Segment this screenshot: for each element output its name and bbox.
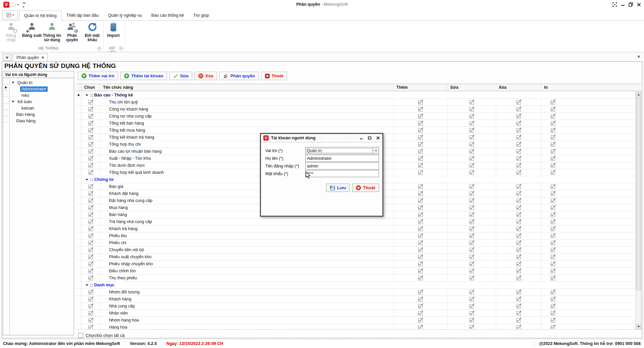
checked-checkbox-icon[interactable] bbox=[470, 255, 474, 259]
checked-checkbox-icon[interactable] bbox=[470, 114, 474, 119]
tree-item-mks[interactable]: mks bbox=[10, 92, 74, 98]
checked-checkbox-icon[interactable] bbox=[418, 304, 423, 308]
checked-checkbox-icon[interactable] bbox=[89, 248, 93, 252]
checked-checkbox-icon[interactable] bbox=[517, 304, 521, 308]
table-row[interactable]: Trả hàng nhà cung cấp bbox=[76, 218, 636, 225]
checked-checkbox-icon[interactable] bbox=[470, 100, 474, 105]
checked-checkbox-icon[interactable] bbox=[470, 170, 474, 175]
checked-checkbox-icon[interactable] bbox=[551, 248, 555, 252]
checked-checkbox-icon[interactable] bbox=[470, 269, 474, 273]
checked-checkbox-icon[interactable] bbox=[418, 290, 423, 294]
checked-checkbox-icon[interactable] bbox=[551, 192, 555, 196]
checked-checkbox-icon[interactable] bbox=[418, 170, 423, 175]
checked-checkbox-icon[interactable] bbox=[418, 318, 423, 323]
table-row[interactable]: Nhóm đối tượng bbox=[76, 289, 636, 296]
checked-checkbox-icon[interactable] bbox=[470, 163, 474, 168]
checked-checkbox-icon[interactable] bbox=[551, 199, 555, 203]
checked-checkbox-icon[interactable] bbox=[470, 220, 474, 224]
checked-checkbox-icon[interactable] bbox=[89, 318, 93, 323]
checked-checkbox-icon[interactable] bbox=[89, 114, 93, 119]
checked-checkbox-icon[interactable] bbox=[89, 142, 93, 147]
checked-checkbox-icon[interactable] bbox=[89, 311, 93, 316]
scrollbar-thumb[interactable] bbox=[636, 97, 641, 290]
table-group-row[interactable]: :: Danh mục bbox=[76, 282, 636, 289]
checked-checkbox-icon[interactable] bbox=[89, 297, 93, 301]
scroll-down-icon[interactable] bbox=[636, 324, 641, 329]
checked-checkbox-icon[interactable] bbox=[517, 149, 521, 154]
checked-checkbox-icon[interactable] bbox=[89, 206, 93, 210]
edit-button[interactable]: Sửa bbox=[169, 72, 192, 80]
checked-checkbox-icon[interactable] bbox=[418, 107, 423, 112]
checked-checkbox-icon[interactable] bbox=[89, 121, 93, 126]
ribbon-button-import[interactable]: Import bbox=[105, 22, 121, 45]
table-row[interactable]: Công nợ nhà cung cấp bbox=[76, 113, 636, 120]
group-expander-icon[interactable] bbox=[86, 94, 88, 96]
checked-checkbox-icon[interactable] bbox=[517, 269, 521, 273]
checked-checkbox-icon[interactable] bbox=[517, 170, 521, 175]
checked-checkbox-icon[interactable] bbox=[89, 192, 93, 196]
checked-checkbox-icon[interactable] bbox=[470, 107, 474, 112]
dialog-close-icon[interactable] bbox=[376, 136, 380, 140]
table-row[interactable]: Khách hàng bbox=[76, 296, 636, 303]
checked-checkbox-icon[interactable] bbox=[551, 213, 555, 217]
checked-checkbox-icon[interactable] bbox=[89, 199, 93, 203]
ribbon-tab-tro-giup[interactable]: Trợ giúp bbox=[189, 10, 214, 20]
expander-down-icon[interactable] bbox=[12, 101, 14, 102]
checked-checkbox-icon[interactable] bbox=[418, 269, 423, 273]
column-header-chon[interactable]: Chọn bbox=[82, 84, 100, 91]
table-group-row[interactable]: :: Báo cáo - Thống kê bbox=[76, 92, 636, 99]
username-input[interactable] bbox=[305, 162, 379, 169]
ribbon-button-doi-mat-khau[interactable]: Đổi mật khẩu bbox=[83, 22, 101, 45]
tree-item-ban-hang[interactable]: Bán Hàng bbox=[10, 111, 74, 118]
checked-checkbox-icon[interactable] bbox=[418, 213, 423, 217]
exit-button[interactable]: Thoát bbox=[261, 72, 287, 80]
checked-checkbox-icon[interactable] bbox=[551, 128, 555, 133]
table-row[interactable]: Công nợ khách hàng bbox=[76, 106, 636, 113]
tree-item-giao-hang[interactable]: Giao hàng bbox=[10, 118, 74, 124]
column-header-in[interactable]: In bbox=[541, 84, 641, 91]
checked-checkbox-icon[interactable] bbox=[517, 121, 521, 126]
combobox-dropdown-button[interactable] bbox=[373, 147, 379, 154]
checked-checkbox-icon[interactable] bbox=[418, 325, 423, 330]
checked-checkbox-icon[interactable] bbox=[89, 290, 93, 294]
table-row[interactable]: Nhà cung cấp bbox=[76, 303, 636, 310]
checked-checkbox-icon[interactable] bbox=[470, 304, 474, 308]
dialog-minimize-icon[interactable] bbox=[359, 136, 363, 140]
checked-checkbox-icon[interactable] bbox=[517, 156, 521, 161]
checked-checkbox-icon[interactable] bbox=[551, 156, 555, 161]
checked-checkbox-icon[interactable] bbox=[551, 107, 555, 112]
ribbon-button-dang-xuat[interactable]: Đăng xuất bbox=[22, 22, 42, 45]
column-header-ten-chuc-nang[interactable]: Tên chức năng bbox=[100, 84, 394, 91]
backstage-button[interactable] bbox=[2, 10, 18, 19]
checked-checkbox-icon[interactable] bbox=[551, 142, 555, 147]
checked-checkbox-icon[interactable] bbox=[89, 227, 93, 231]
checked-checkbox-icon[interactable] bbox=[551, 241, 555, 245]
group-expander-icon[interactable] bbox=[86, 179, 88, 181]
checked-checkbox-icon[interactable] bbox=[517, 255, 521, 259]
checked-checkbox-icon[interactable] bbox=[89, 100, 93, 105]
checked-checkbox-icon[interactable] bbox=[470, 128, 474, 133]
checked-checkbox-icon[interactable] bbox=[470, 192, 474, 196]
checked-checkbox-icon[interactable] bbox=[551, 170, 555, 175]
add-role-button[interactable]: +Thêm vai trò bbox=[78, 72, 118, 80]
checked-checkbox-icon[interactable] bbox=[470, 311, 474, 316]
checked-checkbox-icon[interactable] bbox=[418, 149, 423, 154]
checked-checkbox-icon[interactable] bbox=[418, 163, 423, 168]
checked-checkbox-icon[interactable] bbox=[89, 156, 93, 161]
checked-checkbox-icon[interactable] bbox=[517, 241, 521, 245]
ribbon-tab-quan-tri-he-thong[interactable]: Quản trị hệ thống bbox=[19, 10, 62, 21]
checked-checkbox-icon[interactable] bbox=[418, 142, 423, 147]
select-all-checkbox[interactable] bbox=[78, 333, 83, 338]
mdi-close-icon[interactable]: × bbox=[637, 54, 640, 59]
checked-checkbox-icon[interactable] bbox=[517, 100, 521, 105]
ribbon-tab-thiet-lap-ban-dau[interactable]: Thiết lập ban đầu bbox=[62, 10, 104, 20]
checked-checkbox-icon[interactable] bbox=[418, 128, 423, 133]
checked-checkbox-icon[interactable] bbox=[89, 262, 93, 266]
checked-checkbox-icon[interactable] bbox=[418, 135, 423, 140]
checked-checkbox-icon[interactable] bbox=[551, 227, 555, 231]
checked-checkbox-icon[interactable] bbox=[470, 185, 474, 189]
checked-checkbox-icon[interactable] bbox=[551, 269, 555, 273]
checked-checkbox-icon[interactable] bbox=[418, 241, 423, 245]
checked-checkbox-icon[interactable] bbox=[517, 297, 521, 301]
checked-checkbox-icon[interactable] bbox=[470, 290, 474, 294]
